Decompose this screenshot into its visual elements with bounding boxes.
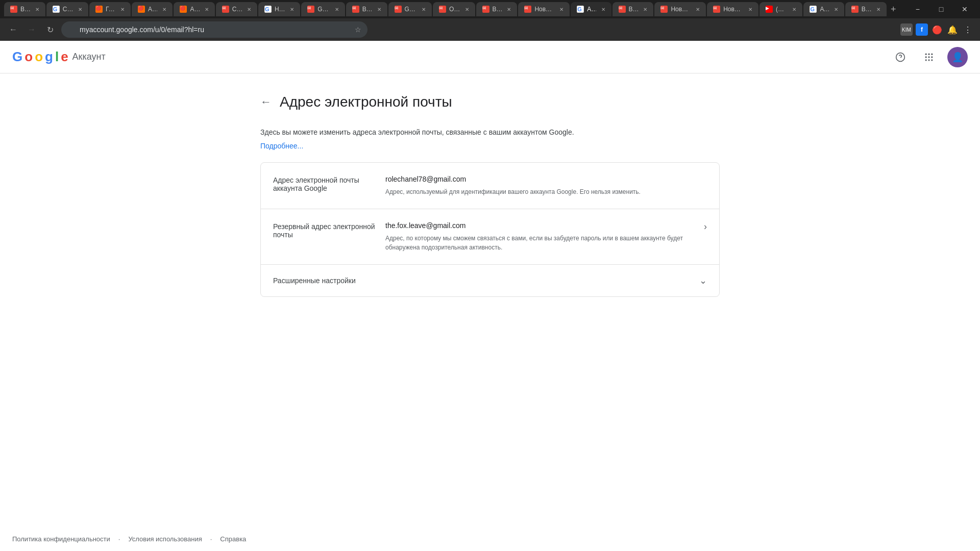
svg-point-6 (928, 56, 929, 58)
bookmark-icon[interactable]: ☆ (355, 26, 361, 34)
tab-12[interactable]: ✉ Вхо... ✕ (476, 2, 518, 16)
tab-label-7: Нед... (275, 6, 285, 13)
account-label: Аккаунт (72, 52, 106, 62)
tab-15[interactable]: ✉ Вхо... ✕ (612, 2, 654, 16)
tab-close-20[interactable]: ✕ (876, 7, 880, 12)
tab-4[interactable]: 🔴 Анк... ✕ (132, 2, 173, 16)
tab-1[interactable]: ✉ Вхо... ✕ (4, 2, 45, 16)
extension-1-icon[interactable]: 🔴 (931, 23, 943, 36)
tab-19[interactable]: G A X... ✕ (803, 2, 844, 16)
tab-14-active[interactable]: G Акк... ✕ (571, 2, 611, 16)
tab-label-20: Вхо... (862, 6, 871, 13)
backup-email-row[interactable]: Резервный адрес электронной почты the.fo… (261, 209, 719, 265)
extension-2-icon[interactable]: 🔔 (946, 23, 959, 36)
maximize-button[interactable]: □ (930, 0, 952, 18)
google-e: e (61, 49, 68, 65)
extension-facebook-icon[interactable]: f (916, 23, 928, 36)
tab-close-14[interactable]: ✕ (601, 7, 605, 12)
tab-close-19[interactable]: ✕ (834, 7, 838, 12)
footer-sep-1: · (118, 535, 120, 543)
tab-close-6[interactable]: ✕ (247, 7, 251, 12)
advanced-chevron-down-icon: ⌄ (699, 275, 707, 286)
reload-button[interactable]: ↻ (43, 22, 57, 37)
extension-menu-icon[interactable]: ⋮ (962, 23, 974, 36)
extension-kimsufi-icon[interactable]: KIM (900, 23, 913, 36)
terms-link[interactable]: Условия использования (128, 535, 202, 543)
tab-6[interactable]: ✉ Сте... ✕ (216, 2, 257, 16)
tab-close-12[interactable]: ✕ (507, 7, 511, 12)
tab-10[interactable]: ✉ Gma... ✕ (388, 2, 432, 16)
tab-close-3[interactable]: ✕ (120, 7, 125, 12)
tab-9[interactable]: ✉ Вхо... ✕ (346, 2, 387, 16)
svg-point-5 (925, 56, 927, 58)
tab-label-15: Вхо... (629, 6, 639, 13)
tab-close-1[interactable]: ✕ (35, 7, 39, 12)
tab-favicon-19: G (810, 6, 817, 13)
tab-18[interactable]: ▶ (1) L... ✕ (760, 2, 802, 16)
close-button[interactable]: ✕ (953, 0, 976, 18)
tab-17[interactable]: ✉ Новая в... ✕ (707, 2, 758, 16)
email-settings-card: Адрес электронной почты аккаунта Google … (260, 162, 720, 297)
tab-3[interactable]: 🔴 Гми... ✕ (89, 2, 131, 16)
tab-label-19: A X... (820, 6, 828, 13)
backup-email-hint: Адрес, по которому мы сможем связаться с… (385, 234, 698, 252)
tab-20[interactable]: ✉ Вхо... ✕ (845, 2, 887, 16)
tab-bar: ✉ Вхо... ✕ G Спр... ✕ 🔴 Гми... ✕ 🔴 Анк..… (0, 0, 980, 18)
tab-close-11[interactable]: ✕ (465, 7, 469, 12)
tab-favicon-20: ✉ (851, 6, 859, 13)
tab-label-12: Вхо... (493, 6, 502, 13)
tab-7[interactable]: G Нед... ✕ (258, 2, 300, 16)
tab-close-10[interactable]: ✕ (422, 7, 426, 12)
tab-label-2: Спр... (63, 6, 73, 13)
back-arrow-button[interactable]: ← (260, 95, 272, 109)
page-content: Google Аккаунт 👤 (0, 41, 980, 551)
tab-label-1: Вхо... (20, 6, 30, 13)
tab-label-10: Gma... (405, 6, 417, 13)
apps-button[interactable] (919, 47, 939, 67)
back-button[interactable]: ← (6, 22, 20, 37)
tab-close-15[interactable]: ✕ (643, 7, 647, 12)
tab-2[interactable]: G Спр... ✕ (46, 2, 88, 16)
learn-more-link[interactable]: Подробнее... (260, 142, 303, 150)
avatar[interactable]: 👤 (947, 47, 968, 67)
backup-email-content: the.fox.leave@gmail.com Адрес, по которо… (385, 221, 698, 252)
tab-close-9[interactable]: ✕ (377, 7, 381, 12)
tab-16[interactable]: ✉ Новая в... ✕ (654, 2, 706, 16)
tab-8[interactable]: ✉ Gma... ✕ (301, 2, 345, 16)
privacy-link[interactable]: Политика конфиденциальности (12, 535, 110, 543)
help-footer-link[interactable]: Справка (220, 535, 246, 543)
tab-close-7[interactable]: ✕ (290, 7, 294, 12)
advanced-settings-row[interactable]: Расширенные настройки ⌄ (261, 265, 719, 296)
new-tab-button[interactable]: + (888, 2, 899, 16)
google-email-hint: Адрес, используемый для идентификации ва… (385, 187, 707, 196)
tab-close-2[interactable]: ✕ (78, 7, 82, 12)
svg-point-9 (928, 59, 929, 61)
tab-11[interactable]: ✉ Опо... ✕ (433, 2, 475, 16)
main-content: ← Адрес электронной почты Здесь вы может… (260, 73, 720, 317)
tab-favicon-10: ✉ (395, 6, 402, 13)
tab-close-5[interactable]: ✕ (205, 7, 209, 12)
address-input[interactable] (61, 21, 368, 38)
tab-favicon-17: ✉ (713, 6, 720, 13)
help-button[interactable] (890, 47, 911, 67)
page-description: Здесь вы можете изменить адреса электрон… (260, 127, 720, 138)
google-o2: o (35, 49, 43, 65)
forward-button[interactable]: → (24, 22, 39, 37)
tab-close-8[interactable]: ✕ (335, 7, 339, 12)
minimize-button[interactable]: − (906, 0, 929, 18)
footer: Политика конфиденциальности · Условия ис… (0, 527, 980, 551)
address-bar-wrapper: 🔒 ☆ (61, 21, 368, 38)
google-g-letter: G (12, 49, 22, 65)
tab-close-18[interactable]: ✕ (792, 7, 796, 12)
tab-close-17[interactable]: ✕ (748, 7, 752, 12)
tab-label-11: Опо... (449, 6, 460, 13)
tab-close-13[interactable]: ✕ (559, 7, 564, 12)
backup-email-label: Резервный адрес электронной почты (273, 221, 385, 239)
tab-favicon-9: ✉ (352, 6, 359, 13)
tab-13[interactable]: ✉ Новая в... ✕ (518, 2, 570, 16)
tab-close-4[interactable]: ✕ (162, 7, 166, 12)
tab-favicon-15: ✉ (619, 6, 626, 13)
tab-favicon-6: ✉ (222, 6, 229, 13)
tab-close-16[interactable]: ✕ (696, 7, 700, 12)
tab-5[interactable]: 🔴 Анк... ✕ (174, 2, 214, 16)
